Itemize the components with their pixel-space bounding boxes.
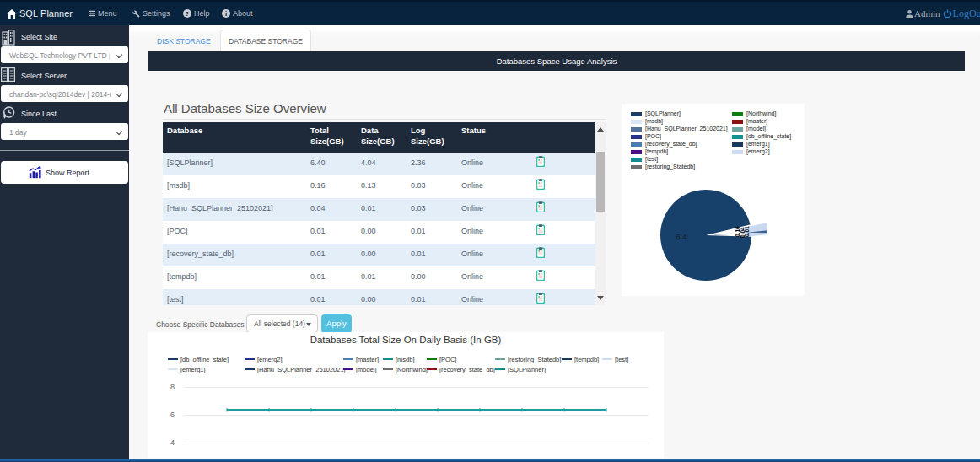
svg-text:?: ? xyxy=(186,11,189,18)
svg-text:0.01: 0.01 xyxy=(744,226,750,237)
svg-text:6.4: 6.4 xyxy=(676,233,687,241)
svg-text:i: i xyxy=(225,10,227,18)
